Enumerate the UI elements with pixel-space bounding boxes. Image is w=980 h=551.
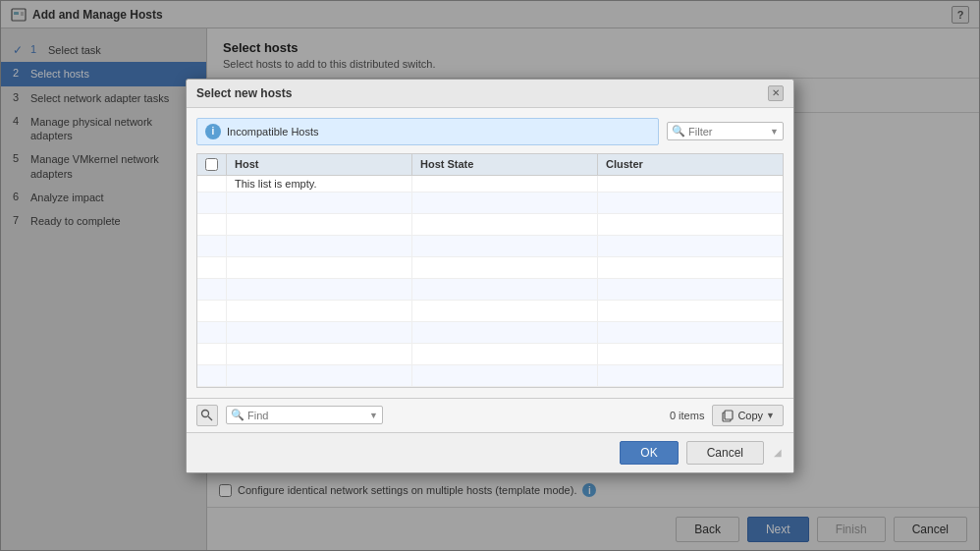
copy-label: Copy (737, 410, 763, 421)
modal-action-bar: OK Cancel ◢ (187, 432, 793, 472)
table-body: This list is empty. (197, 176, 783, 387)
th-cluster: Cluster (598, 154, 783, 175)
table-row (197, 301, 783, 322)
find-input[interactable] (247, 410, 366, 421)
resize-handle[interactable]: ◢ (772, 448, 784, 458)
modal-cancel-button[interactable]: Cancel (686, 441, 764, 465)
find-icon-button[interactable] (196, 405, 218, 426)
find-dropdown-icon[interactable]: ▼ (369, 411, 378, 420)
table-row (197, 365, 783, 387)
svg-rect-7 (725, 411, 733, 419)
modal-table: Host Host State Cluster This list is emp (196, 153, 784, 388)
modal-footer: 🔍 ▼ 0 items Copy ▼ (187, 398, 793, 432)
table-header: Host Host State Cluster (197, 154, 783, 176)
copy-button[interactable]: Copy ▼ (712, 405, 784, 426)
select-all-checkbox[interactable] (205, 158, 218, 171)
table-row (197, 344, 783, 365)
modal-body: i Incompatible Hosts 🔍 ▼ Host (187, 108, 793, 398)
th-host: Host (227, 154, 412, 175)
copy-dropdown-icon[interactable]: ▼ (766, 411, 775, 420)
td-empty-check (197, 176, 227, 192)
modal-title: Select new hosts (196, 86, 292, 100)
copy-icon (721, 409, 735, 422)
items-count: 0 items (670, 410, 704, 421)
th-checkbox (197, 154, 227, 175)
td-empty-cluster (598, 176, 783, 192)
info-bar-icon: i (205, 124, 221, 139)
filter-dropdown-icon[interactable]: ▼ (770, 127, 779, 137)
find-search-icon: 🔍 (231, 409, 245, 421)
table-row (197, 322, 783, 344)
filter-input-wrap: 🔍 ▼ (667, 122, 784, 140)
svg-point-4 (202, 410, 209, 416)
filter-input[interactable] (688, 126, 767, 138)
td-empty-message: This list is empty. (227, 176, 412, 192)
info-filter-row: i Incompatible Hosts 🔍 ▼ (196, 118, 784, 145)
td-empty-state (412, 176, 598, 192)
table-row (197, 214, 783, 236)
table-row (197, 279, 783, 301)
filter-search-icon: 🔍 (672, 125, 685, 138)
select-new-hosts-modal: Select new hosts ✕ i Incompatible Hosts … (186, 79, 794, 473)
table-row (197, 257, 783, 279)
modal-close-button[interactable]: ✕ (768, 85, 784, 101)
table-row (197, 193, 783, 214)
info-bar: i Incompatible Hosts (196, 118, 659, 145)
info-bar-text: Incompatible Hosts (227, 126, 650, 138)
find-wrap: 🔍 ▼ (226, 406, 383, 424)
modal-ok-button[interactable]: OK (620, 441, 678, 465)
svg-line-5 (208, 416, 212, 420)
modal-overlay: Select new hosts ✕ i Incompatible Hosts … (0, 0, 980, 551)
th-host-state: Host State (412, 154, 598, 175)
empty-row: This list is empty. (197, 176, 783, 193)
modal-title-bar: Select new hosts ✕ (187, 80, 793, 108)
table-row (197, 236, 783, 257)
